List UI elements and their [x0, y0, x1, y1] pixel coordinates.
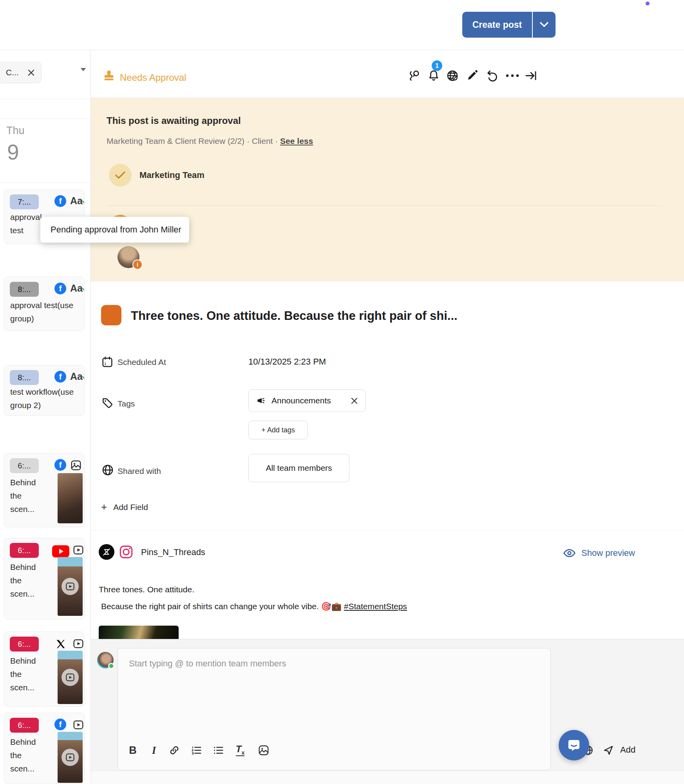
collapse-panel-icon[interactable] [524, 69, 537, 82]
image-button[interactable] [256, 742, 271, 758]
public-link-globe-icon[interactable] [446, 69, 459, 82]
tag-chip[interactable]: Announcements [248, 389, 366, 412]
card-title-line: test workflow(use [10, 387, 74, 397]
megaphone-icon [256, 396, 266, 406]
scheduled-at-value[interactable]: 10/13/2025 2:23 PM [248, 357, 326, 367]
create-post-button[interactable]: Create post [462, 12, 532, 38]
notification-badge: 1 [432, 60, 442, 71]
card-title-line: Behind [10, 563, 53, 572]
card-title-line: scen... [10, 683, 34, 692]
filter-chip-label: C... [6, 68, 19, 77]
show-preview-label: Show preview [581, 548, 635, 558]
add-tags-button[interactable]: + Add tags [248, 421, 308, 439]
post-title: Three tones. One attitude. Because the r… [131, 309, 671, 323]
text-post-icon: Aa [70, 195, 83, 207]
comment-input[interactable] [129, 659, 536, 737]
close-icon[interactable] [27, 69, 35, 76]
add-field-button[interactable]: + Add Field [101, 501, 148, 513]
post-card[interactable]: 8:... f Aa test workflow(use group 2) [4, 365, 85, 416]
plus-icon: + [101, 501, 107, 513]
video-thumbnail [58, 732, 83, 783]
card-title-line: scen... [10, 764, 34, 773]
see-less-link[interactable]: See less [280, 136, 313, 145]
time-badge: 8:... [10, 282, 39, 297]
card-title-line: scen... [10, 505, 34, 514]
calendar-sidebar: C... Thu 9 7:... f Aa approval test 8:..… [0, 50, 91, 784]
post-card[interactable]: 6:... f Behind the scen... [4, 453, 85, 527]
scheduled-at-label: Scheduled At [118, 358, 166, 367]
card-title-line: group 2) [10, 401, 41, 410]
video-thumbnail [58, 557, 83, 616]
youtube-icon [52, 545, 69, 557]
divider [0, 182, 91, 183]
time-badge: 8:... [10, 370, 39, 385]
banner-meta: Marketing Team & Client Review (2/2) · C… [107, 136, 313, 146]
globe-icon [101, 463, 114, 477]
add-field-label: Add Field [113, 503, 148, 512]
undo-icon[interactable] [486, 69, 499, 82]
image-post-icon [70, 459, 82, 471]
bell-icon[interactable] [427, 69, 440, 82]
approved-checks-icon [82, 197, 85, 205]
post-card[interactable]: 6:... f Behind the scen... [4, 713, 85, 784]
facebook-icon: f [54, 371, 66, 383]
card-title-line: Behind [10, 656, 53, 666]
approved-checks-icon [82, 372, 85, 381]
clear-formatting-button[interactable]: Tx [232, 742, 248, 758]
more-options-icon[interactable] [505, 74, 519, 78]
comment-composer: B I Tx Add [91, 639, 684, 771]
card-title-line: group) [10, 314, 34, 323]
text-post-icon: Aa [70, 371, 83, 382]
hashtag-link[interactable]: #StatementSteps [344, 602, 407, 611]
post-card[interactable]: 6:... Behind the scen... [4, 538, 85, 619]
ordered-list-button[interactable] [188, 742, 204, 758]
shortcut-link-icon[interactable] [408, 69, 421, 82]
shared-with-button[interactable]: All team members [248, 454, 349, 482]
create-post-dropdown-button[interactable] [533, 12, 556, 38]
approval-banner: This post is awaiting approval Marketing… [91, 98, 684, 281]
stamp-icon [102, 69, 116, 83]
card-title-line: the [10, 670, 22, 679]
chat-widget-button[interactable] [559, 730, 589, 760]
send-icon[interactable] [601, 742, 616, 758]
collapse-caret-icon[interactable] [80, 67, 87, 72]
step-approved-circle [109, 164, 132, 187]
post-text-line: Three tones. One attitude. [99, 585, 194, 594]
account-avatar [99, 544, 114, 560]
remove-tag-icon[interactable] [350, 397, 358, 405]
approval-tooltip: Pending approval from John Miller [40, 217, 189, 243]
x-twitter-icon [55, 639, 66, 650]
link-button[interactable] [166, 742, 182, 758]
divider [0, 99, 91, 99]
account-name: Pins_N_Threads [141, 547, 205, 557]
tag-icon [101, 397, 114, 409]
play-overlay-icon [62, 578, 79, 595]
card-title-line: approval test(use [10, 301, 73, 310]
edit-pencil-icon[interactable] [466, 69, 479, 82]
card-title-line: the [10, 576, 22, 585]
instagram-icon [118, 544, 134, 560]
time-badge: 6:... [10, 718, 39, 733]
step-label: Marketing Team [139, 170, 204, 180]
video-thumbnail [58, 651, 83, 704]
add-comment-button[interactable]: Add [620, 745, 635, 755]
post-card[interactable]: 8:... f Aa approval test(use group) [4, 277, 85, 331]
info-badge: i [132, 260, 143, 270]
show-preview-button[interactable]: Show preview [563, 548, 635, 558]
post-card[interactable]: 6:... Behind the scen... [4, 632, 85, 707]
comment-box: B I Tx Add [118, 648, 551, 770]
tags-label: Tags [118, 399, 135, 408]
calendar-icon [101, 355, 114, 368]
post-thumbnail [58, 473, 83, 523]
card-title-line: test [10, 226, 24, 235]
time-badge: 6:... [10, 637, 39, 652]
online-status-dot [108, 663, 114, 669]
unordered-list-button[interactable] [210, 742, 226, 758]
play-overlay-icon [62, 669, 79, 686]
card-title-line: scen... [10, 589, 34, 599]
filter-chip[interactable]: C... [0, 62, 42, 83]
card-title-line: Behind [10, 478, 53, 487]
bold-button[interactable]: B [125, 742, 141, 758]
italic-button[interactable]: I [146, 742, 162, 758]
video-post-icon [72, 638, 84, 650]
